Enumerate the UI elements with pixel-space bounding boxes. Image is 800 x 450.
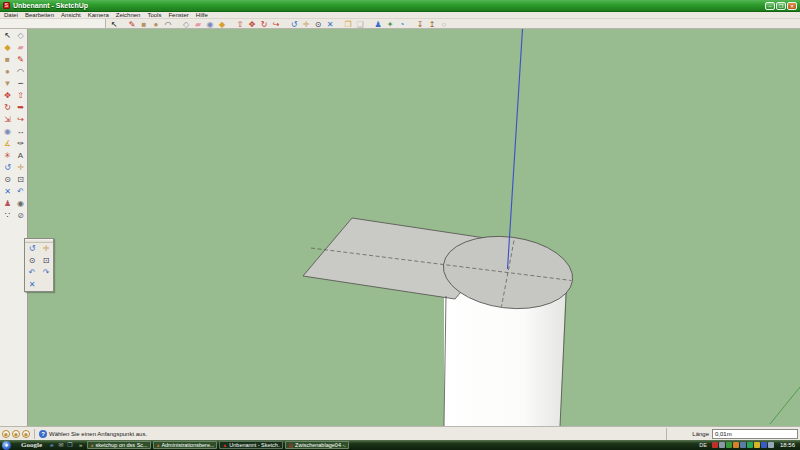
start-button[interactable]: ❖ <box>2 441 11 450</box>
menu-datei[interactable]: Datei <box>4 12 18 19</box>
text-icon[interactable]: ✑ <box>14 138 27 150</box>
share-models-icon[interactable]: ↥ <box>426 20 438 29</box>
orbit-icon[interactable]: ↺ <box>288 20 300 29</box>
mail-icon[interactable]: ✉ <box>57 441 65 450</box>
orbit-icon[interactable]: ↺ <box>25 243 39 255</box>
circle-icon[interactable]: ● <box>1 66 14 78</box>
language-indicator[interactable]: DE <box>699 442 707 448</box>
push-pull-icon[interactable]: ⇧ <box>14 90 27 102</box>
get-models-icon[interactable]: ↧ <box>414 20 426 29</box>
tray-icon-4[interactable] <box>733 442 739 448</box>
section-plane-icon[interactable]: ⊘ <box>14 210 27 222</box>
maximize-button[interactable]: ❐ <box>776 2 786 10</box>
minimize-button[interactable]: – <box>765 2 775 10</box>
tray-icon-9[interactable] <box>768 442 774 448</box>
internet-explorer-icon[interactable]: e <box>48 441 56 450</box>
tray-icon-3[interactable] <box>726 442 732 448</box>
circle-icon[interactable]: ● <box>150 20 162 29</box>
offset-icon[interactable]: ↪ <box>270 20 282 29</box>
walk-icon[interactable]: ∵ <box>1 210 14 222</box>
tray-icon-6[interactable] <box>747 442 753 448</box>
previous-icon[interactable]: ↶ <box>25 267 39 279</box>
task-sketchup-app[interactable]: ▲ Unbenannt - Sketch... <box>219 441 283 449</box>
line-icon[interactable]: ✎ <box>14 54 27 66</box>
zoom-icon[interactable]: ⊙ <box>312 20 324 29</box>
arc-icon[interactable]: ◠ <box>14 66 27 78</box>
zoom-extents-icon[interactable]: ✕ <box>25 279 39 291</box>
move-icon[interactable]: ✥ <box>246 20 258 29</box>
follow-me-icon[interactable]: ➥ <box>14 102 27 114</box>
quick-launch-overflow-chevron[interactable]: » <box>79 442 82 448</box>
eraser-icon[interactable]: ▰ <box>14 42 27 54</box>
select-icon[interactable]: ↖ <box>108 20 120 29</box>
make-component-icon[interactable]: ◇ <box>180 20 192 29</box>
menu-tools[interactable]: Tools <box>147 12 161 19</box>
arc-icon[interactable]: ◠ <box>162 20 174 29</box>
zoom-extents-icon[interactable]: ✕ <box>1 186 14 198</box>
status-medallion-1[interactable]: ◉ <box>2 430 10 438</box>
rotate-icon[interactable]: ↻ <box>258 20 270 29</box>
status-medallion-2[interactable]: ◉ <box>12 430 20 438</box>
rotate-icon[interactable]: ↻ <box>1 102 14 114</box>
polygon-icon[interactable]: ▼ <box>1 78 14 90</box>
drawing-canvas[interactable] <box>28 29 800 426</box>
tape-measure-icon[interactable]: ◉ <box>1 126 14 138</box>
paint-bucket-icon[interactable]: ◆ <box>216 20 228 29</box>
menu-ansicht[interactable]: Ansicht <box>61 12 81 19</box>
zoom-window-icon[interactable]: ⊡ <box>14 174 27 186</box>
make-component-icon[interactable]: ◇ <box>14 30 27 42</box>
zoom-icon[interactable]: ⊙ <box>1 174 14 186</box>
menu-hilfe[interactable]: Hilfe <box>196 12 208 19</box>
photo-textures-icon[interactable]: ✦ <box>384 20 396 29</box>
status-medallion-3[interactable]: ◉ <box>22 430 30 438</box>
tray-icon-2[interactable] <box>719 442 725 448</box>
share-component-icon[interactable]: ○ <box>438 20 450 29</box>
rectangle-icon[interactable]: ■ <box>138 20 150 29</box>
pan-icon[interactable]: ✛ <box>39 243 53 255</box>
measurement-input[interactable]: 0,01m <box>712 429 798 439</box>
task-admin[interactable]: ◕ Administrationsbere... <box>153 441 217 449</box>
menu-fenster[interactable]: Fenster <box>168 12 188 19</box>
tray-icon-1[interactable] <box>712 442 718 448</box>
google-deskbar[interactable]: Google <box>21 441 42 449</box>
zoom-window-icon[interactable]: ⊡ <box>39 255 53 267</box>
toggle-terrain-icon[interactable]: ❏ <box>354 20 366 29</box>
look-around-icon[interactable]: ◉ <box>14 198 27 210</box>
axes-icon[interactable]: ✳ <box>1 150 14 162</box>
eraser-icon[interactable]: ▰ <box>192 20 204 29</box>
previous-icon[interactable]: ↶ <box>14 186 27 198</box>
dimension-icon[interactable]: ↔ <box>14 126 27 138</box>
protractor-icon[interactable]: ∡ <box>1 138 14 150</box>
pan-icon[interactable]: ✛ <box>300 20 312 29</box>
orbit-icon[interactable]: ↺ <box>1 162 14 174</box>
tape-measure-icon[interactable]: ◉ <box>204 20 216 29</box>
show-desktop-icon[interactable]: ❐ <box>66 441 74 450</box>
close-button[interactable]: ✕ <box>787 2 797 10</box>
3d-text-icon[interactable]: A <box>14 150 27 162</box>
select-icon[interactable]: ↖ <box>1 30 14 42</box>
push-pull-icon[interactable]: ⇧ <box>234 20 246 29</box>
menu-zeichnen[interactable]: Zeichnen <box>116 12 141 19</box>
place-model-icon[interactable]: ♟ <box>372 20 384 29</box>
position-camera-icon[interactable]: ♟ <box>1 198 14 210</box>
tray-icon-5[interactable] <box>740 442 746 448</box>
rectangle-icon[interactable]: ■ <box>1 54 14 66</box>
scale-icon[interactable]: ⇲ <box>1 114 14 126</box>
menu-kamera[interactable]: Kamera <box>88 12 109 19</box>
line-icon[interactable]: ✎ <box>126 20 138 29</box>
menu-bearbeiten[interactable]: Bearbeiten <box>25 12 54 19</box>
freehand-icon[interactable]: ∽ <box>14 78 27 90</box>
next-icon[interactable]: ↷ <box>39 267 53 279</box>
tray-icon-8[interactable] <box>761 442 767 448</box>
help-icon[interactable]: ? <box>39 430 47 438</box>
move-icon[interactable]: ✥ <box>1 90 14 102</box>
offset-icon[interactable]: ↪ <box>14 114 27 126</box>
zoom-extents-icon[interactable]: ✕ <box>324 20 336 29</box>
google-earth-icon[interactable]: ◔ <box>396 20 408 29</box>
pan-icon[interactable]: ✛ <box>14 162 27 174</box>
task-sketchup-web[interactable]: ◕ sketchup on dss Sc... <box>87 441 151 449</box>
task-zwischenablage[interactable]: ▤ Zwischenablage04 -... <box>285 441 349 449</box>
paint-bucket-icon[interactable]: ◆ <box>1 42 14 54</box>
tray-icon-7[interactable] <box>754 442 760 448</box>
get-current-view-icon[interactable]: ❐ <box>342 20 354 29</box>
